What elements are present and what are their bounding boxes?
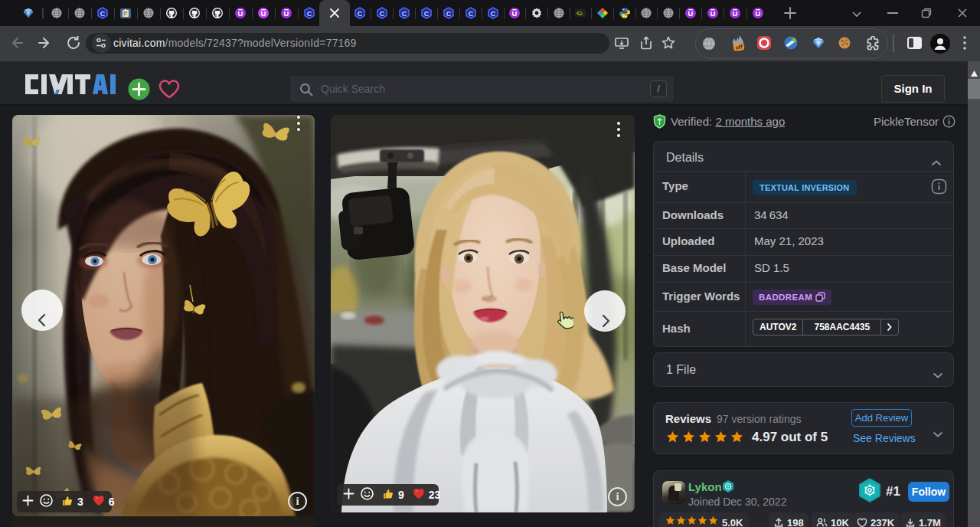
svg-text:C: C (380, 10, 385, 18)
svg-text:U: U (710, 9, 716, 18)
svg-text:C: C (307, 10, 312, 18)
svg-text:C: C (469, 10, 474, 18)
svg-text:U: U (261, 9, 266, 18)
svg-text:U: U (733, 9, 738, 18)
svg-text:U: U (512, 9, 518, 18)
svg-text:C: C (424, 10, 430, 18)
svg-text:C: C (358, 10, 363, 18)
svg-text:U: U (238, 9, 243, 18)
svg-text:C: C (446, 10, 452, 18)
svg-text:C: C (491, 10, 496, 18)
svg-text:C: C (100, 10, 106, 18)
svg-text:C: C (402, 10, 407, 18)
svg-text:U: U (756, 9, 761, 18)
svg-text:U: U (284, 9, 289, 18)
svg-text:U: U (688, 9, 694, 18)
svg-text:off: off (735, 43, 743, 51)
